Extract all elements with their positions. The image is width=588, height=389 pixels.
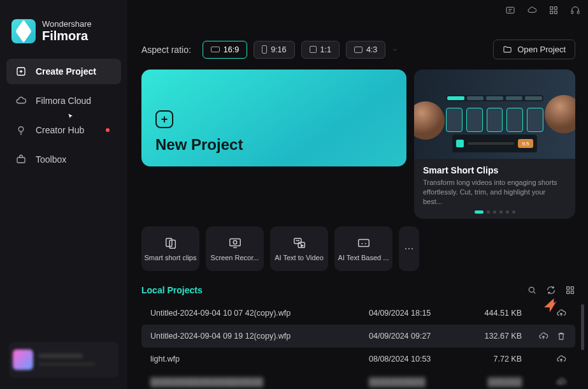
sidebar-item-label: Create Project — [36, 66, 96, 77]
sidebar-item-label: Filmora Cloud — [36, 96, 91, 106]
svg-point-8 — [18, 127, 24, 132]
ratio-icon — [354, 47, 362, 53]
aspect-ratio-4-3-button[interactable]: 4:3 — [346, 41, 385, 59]
cloud-upload-icon[interactable] — [556, 308, 566, 318]
project-size: 444.51 KB — [458, 309, 522, 318]
promo-pagination-dots[interactable] — [414, 210, 575, 219]
sidebar: Wondershare Filmora Create Project Filmo… — [0, 0, 127, 389]
local-projects-header: Local Projects — [141, 285, 575, 295]
svg-rect-10 — [166, 238, 171, 246]
svg-point-13 — [233, 240, 237, 244]
sidebar-item-create-project[interactable]: Create Project — [6, 59, 121, 84]
svg-rect-20 — [567, 291, 570, 293]
brand-line1: Wondershare — [42, 20, 92, 29]
aspect-ratio-1-1-button[interactable]: 1:1 — [301, 41, 340, 59]
svg-rect-21 — [571, 291, 573, 293]
ratio-icon — [310, 46, 317, 53]
aspect-ratio-16-9-button[interactable]: 16:9 — [203, 41, 247, 59]
project-row-redacted[interactable] — [141, 371, 575, 389]
aspect-ratio-toolbar: Aspect ratio: 16:9 9:16 1:1 4:3 Open Pro… — [141, 40, 575, 59]
promo-title: Smart Short Clips — [423, 165, 566, 175]
avatar — [13, 349, 33, 370]
project-name: Untitled-2024-09-04 10 07 42(copy).wfp — [150, 309, 369, 318]
search-icon[interactable] — [527, 285, 537, 295]
captions-icon — [357, 236, 371, 250]
promo-card[interactable]: 9.5 Smart Short Clips Transform long vid… — [414, 70, 575, 219]
aspect-ratio-9-16-button[interactable]: 9:16 — [254, 41, 294, 59]
cloud-upload-icon[interactable] — [556, 377, 566, 387]
project-date: 08/08/2024 10:53 — [369, 355, 458, 363]
new-project-title: New Project — [155, 136, 392, 154]
cloud-upload-icon[interactable] — [538, 331, 549, 341]
svg-rect-12 — [229, 239, 240, 246]
tool-ai-text-to-video[interactable]: AI Text to Video — [270, 226, 328, 271]
project-row[interactable]: Untitled-2024-09-04 09 19 12(copy).wfp 0… — [141, 325, 575, 348]
folder-icon — [503, 45, 512, 54]
aspect-ratio-label: Aspect ratio: — [141, 45, 191, 55]
tool-ai-text-based[interactable]: AI Text Based ... — [334, 226, 392, 271]
tools-row: Smart short clips Screen Recor... AI Tex… — [141, 226, 575, 271]
sidebar-item-label: Toolbox — [36, 154, 66, 165]
project-size: 132.67 KB — [458, 332, 522, 341]
tools-more-button[interactable]: ··· — [399, 226, 419, 271]
project-row[interactable]: light.wfp 08/08/2024 10:53 7.72 KB — [141, 348, 575, 371]
plus-square-icon — [15, 66, 27, 77]
trash-icon[interactable] — [556, 331, 566, 341]
sidebar-item-creator-hub[interactable]: Creator Hub — [6, 117, 121, 143]
logo-mark-icon — [11, 19, 36, 43]
notification-dot-icon — [106, 128, 110, 132]
svg-rect-16 — [358, 239, 369, 246]
cloud-icon — [15, 95, 27, 106]
promo-image: 9.5 — [414, 70, 575, 159]
refresh-icon[interactable] — [546, 285, 556, 295]
toolbox-icon — [15, 154, 27, 165]
text-video-icon — [292, 236, 306, 250]
project-name: light.wfp — [150, 355, 369, 363]
plus-icon: + — [155, 110, 173, 128]
main-content: Aspect ratio: 16:9 9:16 1:1 4:3 Open Pro… — [127, 0, 588, 389]
brand-line2: Filmora — [42, 29, 92, 43]
new-project-card[interactable]: + New Project — [141, 70, 406, 166]
project-size: 7.72 KB — [458, 355, 522, 363]
sidebar-nav: Create Project Filmora Cloud Creator Hub… — [0, 59, 127, 172]
project-name: Untitled-2024-09-04 09 19 12(copy).wfp — [150, 332, 369, 341]
svg-rect-18 — [567, 286, 570, 289]
clips-icon — [164, 236, 178, 250]
project-list: Untitled-2024-09-04 10 07 42(copy).wfp 0… — [141, 302, 575, 389]
brand-logo: Wondershare Filmora — [0, 19, 127, 59]
svg-rect-19 — [571, 286, 573, 289]
cloud-upload-icon[interactable] — [556, 354, 566, 364]
ratio-icon — [211, 47, 220, 52]
bulb-icon — [15, 124, 27, 136]
project-date: 04/09/2024 09:27 — [369, 332, 458, 341]
tool-smart-short-clips[interactable]: Smart short clips — [141, 226, 199, 271]
aspect-ratio-more-dropdown[interactable] — [392, 45, 398, 54]
project-date: 04/09/2024 18:15 — [369, 309, 458, 318]
promo-description: Transform long videos into engaging shor… — [423, 178, 566, 207]
local-projects-title: Local Projects — [141, 285, 527, 295]
scrollbar[interactable] — [581, 304, 584, 350]
screen-icon — [228, 236, 242, 250]
tool-screen-recorder[interactable]: Screen Recor... — [206, 226, 264, 271]
svg-rect-9 — [17, 158, 25, 163]
user-account-box[interactable] — [9, 342, 118, 378]
grid-view-icon[interactable] — [565, 285, 575, 295]
sidebar-item-toolbox[interactable]: Toolbox — [6, 147, 121, 172]
svg-rect-11 — [169, 240, 175, 248]
sidebar-item-label: Creator Hub — [36, 125, 84, 135]
open-project-button[interactable]: Open Project — [493, 40, 575, 59]
svg-point-17 — [529, 287, 534, 292]
sidebar-item-filmora-cloud[interactable]: Filmora Cloud — [6, 88, 121, 114]
ratio-icon — [262, 45, 267, 54]
project-row[interactable]: Untitled-2024-09-04 10 07 42(copy).wfp 0… — [141, 302, 575, 325]
